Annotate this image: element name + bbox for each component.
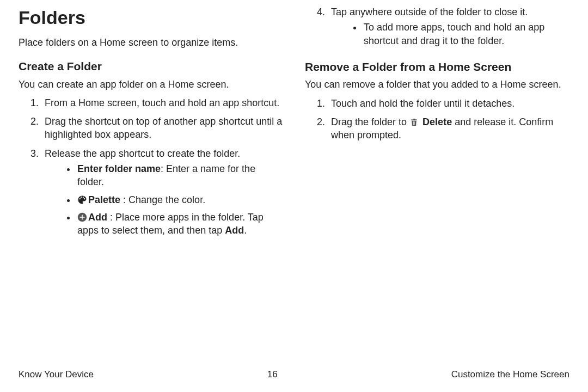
remove-folder-steps: Touch and hold the folder until it detac… bbox=[305, 97, 569, 142]
bullet-add: Add : Place more apps in the folder. Tap… bbox=[76, 211, 283, 237]
two-column-layout: Folders Place folders on a Home screen t… bbox=[19, 5, 569, 243]
bullet-add-more-apps: To add more apps, touch and hold an app … bbox=[363, 21, 569, 47]
step-3: Release the app shortcut to create the f… bbox=[41, 147, 283, 237]
create-folder-heading: Create a Folder bbox=[19, 59, 283, 74]
manual-page: Folders Place folders on a Home screen t… bbox=[0, 0, 588, 392]
step-4: Tap anywhere outside of the folder to cl… bbox=[328, 5, 569, 47]
create-folder-steps-cont: Tap anywhere outside of the folder to cl… bbox=[305, 5, 569, 47]
step-2: Drag the shortcut on top of another app … bbox=[41, 115, 283, 142]
footer-right: Customize the Home Screen bbox=[451, 369, 569, 381]
bullet-enter-name: Enter folder name: Enter a name for the … bbox=[76, 162, 283, 189]
remove-folder-lead: You can remove a folder that you added t… bbox=[305, 78, 569, 91]
step-4-text: Tap anywhere outside of the folder to cl… bbox=[331, 7, 528, 17]
add-rest-c: . bbox=[244, 225, 247, 236]
remove-step-2-a: Drag the folder to bbox=[331, 117, 409, 127]
step-3-text: Release the app shortcut to create the f… bbox=[45, 148, 240, 159]
remove-step-1: Touch and hold the folder until it detac… bbox=[328, 97, 569, 110]
add-icon bbox=[77, 212, 87, 222]
footer-left: Know Your Device bbox=[19, 369, 94, 381]
palette-rest: : Change the color. bbox=[120, 194, 205, 205]
remove-folder-heading: Remove a Folder from a Home Screen bbox=[305, 59, 569, 75]
step-1: From a Home screen, touch and hold an ap… bbox=[41, 96, 283, 109]
remove-step-2: Drag the folder to Delete and release it… bbox=[328, 115, 569, 142]
palette-icon bbox=[77, 195, 87, 205]
intro-text: Place folders on a Home screen to organi… bbox=[19, 36, 283, 49]
right-column: Tap anywhere outside of the folder to cl… bbox=[305, 5, 569, 243]
page-footer: Know Your Device 16 Customize the Home S… bbox=[19, 369, 569, 381]
bullet-palette: Palette : Change the color. bbox=[76, 193, 283, 206]
left-column: Folders Place folders on a Home screen t… bbox=[19, 5, 283, 243]
step-4-bullets: To add more apps, touch and hold an app … bbox=[331, 21, 569, 47]
footer-page-number: 16 bbox=[267, 369, 278, 381]
delete-icon bbox=[409, 118, 419, 127]
create-folder-steps: From a Home screen, touch and hold an ap… bbox=[19, 96, 283, 237]
delete-label: Delete bbox=[422, 117, 452, 127]
page-title: Folders bbox=[19, 5, 283, 30]
palette-label: Palette bbox=[88, 194, 120, 205]
enter-folder-name-label: Enter folder name bbox=[77, 163, 161, 174]
add-label: Add bbox=[88, 212, 107, 223]
step-3-bullets: Enter folder name: Enter a name for the … bbox=[45, 162, 283, 237]
add-rest-b: Add bbox=[225, 225, 244, 236]
create-folder-lead: You can create an app folder on a Home s… bbox=[19, 78, 283, 91]
